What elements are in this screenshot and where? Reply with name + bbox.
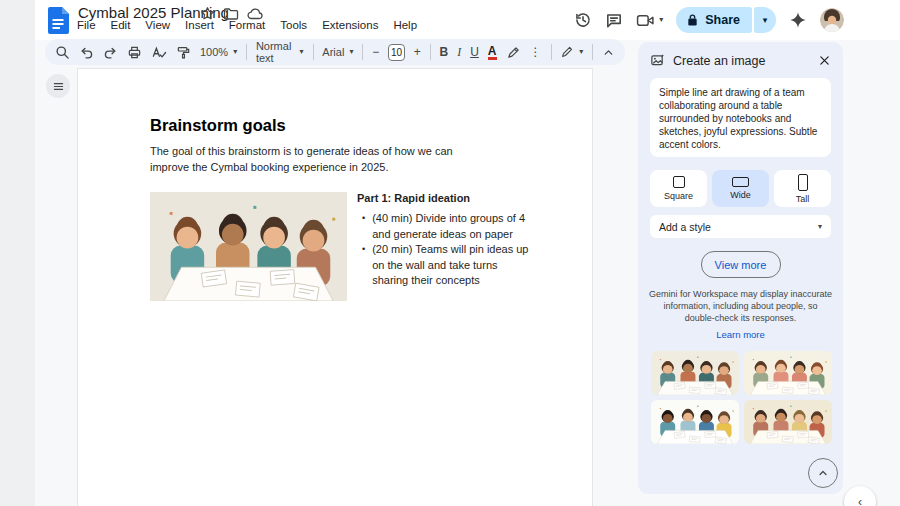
generated-images-grid bbox=[651, 351, 843, 444]
editing-mode-caret-icon: ▾ bbox=[579, 48, 583, 56]
menu-insert[interactable]: Insert bbox=[185, 19, 214, 31]
bullet-item: • (20 min) Teams will pin ideas up on th… bbox=[362, 242, 534, 289]
toolbar-divider bbox=[362, 44, 363, 60]
learn-more-link[interactable]: Learn more bbox=[638, 329, 843, 340]
decrease-font-size-button[interactable]: − bbox=[372, 45, 379, 59]
aspect-label: Wide bbox=[730, 190, 751, 200]
increase-font-size-button[interactable]: + bbox=[414, 45, 421, 59]
italic-button[interactable]: I bbox=[457, 45, 461, 60]
document-outline-button[interactable] bbox=[46, 74, 70, 98]
generated-image-thumbnail-4[interactable] bbox=[744, 400, 832, 444]
version-history-icon[interactable] bbox=[574, 11, 592, 29]
aspect-square-button[interactable]: Square bbox=[650, 170, 707, 207]
image-prompt-input[interactable]: Simple line art drawing of a team collab… bbox=[650, 78, 831, 157]
redo-icon[interactable] bbox=[103, 45, 118, 60]
gemini-icon[interactable] bbox=[789, 11, 807, 29]
share-dropdown-caret[interactable]: ▾ bbox=[754, 7, 776, 33]
zoom-caret-icon: ▾ bbox=[233, 48, 237, 56]
bullet-text: (20 min) Teams will pin ideas up on the … bbox=[372, 242, 534, 289]
paragraph-style-value: Normal text bbox=[256, 40, 295, 64]
toolbar-divider bbox=[313, 44, 314, 60]
font-size-input[interactable]: 10 bbox=[388, 44, 405, 61]
bullet-text: (40 min) Divide into groups of 4 and gen… bbox=[372, 211, 534, 242]
font-family-caret-icon: ▾ bbox=[349, 48, 353, 56]
hide-menus-icon[interactable] bbox=[602, 46, 615, 59]
paragraph-style-caret-icon: ▾ bbox=[300, 48, 304, 56]
meet-caret-icon[interactable]: ▾ bbox=[659, 16, 663, 24]
undo-icon[interactable] bbox=[79, 45, 94, 60]
screen-left-margin bbox=[0, 0, 35, 506]
menu-edit[interactable]: Edit bbox=[111, 19, 131, 31]
toolbar-divider bbox=[246, 44, 247, 60]
aspect-ratio-group: Square Wide Tall bbox=[650, 170, 831, 207]
menu-format[interactable]: Format bbox=[229, 19, 265, 31]
more-options-button[interactable]: ⋮ bbox=[530, 45, 542, 59]
lock-icon bbox=[686, 13, 699, 27]
text-color-button[interactable]: A bbox=[488, 45, 497, 60]
doc-intro-paragraph: The goal of this brainstorm is to genera… bbox=[150, 144, 490, 175]
add-style-value: Add a style bbox=[659, 221, 711, 233]
account-avatar[interactable] bbox=[820, 8, 844, 32]
google-docs-logo-icon[interactable] bbox=[47, 6, 70, 35]
menu-view[interactable]: View bbox=[145, 19, 170, 31]
bullet-item: • (40 min) Divide into groups of 4 and g… bbox=[362, 211, 534, 242]
print-icon[interactable] bbox=[127, 45, 142, 60]
view-more-button[interactable]: View more bbox=[701, 251, 781, 278]
chevron-left-icon: ‹ bbox=[858, 495, 862, 506]
chevron-up-icon bbox=[817, 467, 829, 479]
generated-image-thumbnail-1[interactable] bbox=[651, 351, 739, 395]
generated-image-thumbnail-2[interactable] bbox=[744, 351, 832, 395]
doc-section-title: Part 1: Rapid ideation bbox=[357, 192, 470, 204]
menu-file[interactable]: File bbox=[77, 19, 96, 31]
toolbar: 100% ▾ Normal text ▾ Arial ▾ − 10 + B I … bbox=[45, 39, 625, 65]
create-image-panel: Create an image Simple line art drawing … bbox=[638, 42, 843, 494]
share-button-group: Share ▾ bbox=[676, 7, 776, 33]
panel-title: Create an image bbox=[673, 54, 810, 68]
menu-extensions[interactable]: Extensions bbox=[322, 19, 378, 31]
aspect-tall-button[interactable]: Tall bbox=[774, 170, 831, 207]
bullet-glyph: • bbox=[362, 211, 365, 242]
meet-video-call-icon[interactable]: ▾ bbox=[636, 13, 663, 28]
add-style-select[interactable]: Add a style ▾ bbox=[650, 215, 831, 238]
gemini-disclaimer: Gemini for Workspace may display inaccur… bbox=[648, 288, 833, 324]
paragraph-style-select[interactable]: Normal text ▾ bbox=[256, 40, 304, 64]
wide-ratio-icon bbox=[732, 177, 749, 187]
share-label: Share bbox=[705, 13, 740, 27]
comments-icon[interactable] bbox=[605, 11, 623, 29]
add-style-caret-icon: ▾ bbox=[818, 223, 822, 231]
toolbar-divider bbox=[592, 44, 593, 60]
aspect-label: Square bbox=[664, 191, 693, 201]
create-image-icon bbox=[650, 53, 665, 68]
aspect-wide-button[interactable]: Wide bbox=[712, 170, 769, 207]
square-ratio-icon bbox=[673, 176, 685, 188]
highlight-color-icon[interactable] bbox=[506, 45, 521, 60]
font-family-select[interactable]: Arial ▾ bbox=[322, 46, 353, 58]
menu-bar: File Edit View Insert Format Tools Exten… bbox=[77, 19, 417, 31]
tall-ratio-icon bbox=[798, 174, 808, 191]
outline-list-icon bbox=[52, 80, 65, 93]
menu-help[interactable]: Help bbox=[393, 19, 417, 31]
underline-button[interactable]: U bbox=[470, 45, 479, 59]
search-icon[interactable] bbox=[55, 45, 70, 60]
bullet-glyph: • bbox=[362, 242, 365, 289]
toolbar-divider bbox=[430, 44, 431, 60]
font-family-value: Arial bbox=[322, 46, 344, 58]
paint-format-icon[interactable] bbox=[176, 45, 191, 60]
scroll-to-top-button[interactable] bbox=[808, 458, 838, 488]
doc-heading: Brainstorm goals bbox=[150, 116, 286, 135]
share-button[interactable]: Share bbox=[676, 7, 752, 33]
doc-inline-image[interactable] bbox=[150, 192, 347, 301]
aspect-label: Tall bbox=[796, 194, 810, 204]
generated-image-thumbnail-3[interactable] bbox=[651, 400, 739, 444]
zoom-value: 100% bbox=[200, 46, 228, 58]
pen-icon bbox=[560, 45, 574, 59]
doc-bullet-list: • (40 min) Divide into groups of 4 and g… bbox=[362, 211, 534, 289]
bold-button[interactable]: B bbox=[440, 45, 449, 59]
spelling-check-icon[interactable] bbox=[151, 45, 167, 60]
zoom-select[interactable]: 100% ▾ bbox=[200, 46, 237, 58]
menu-tools[interactable]: Tools bbox=[280, 19, 307, 31]
toolbar-divider bbox=[551, 44, 552, 60]
close-panel-icon[interactable] bbox=[818, 54, 831, 67]
editing-mode-select[interactable]: ▾ bbox=[560, 45, 583, 59]
